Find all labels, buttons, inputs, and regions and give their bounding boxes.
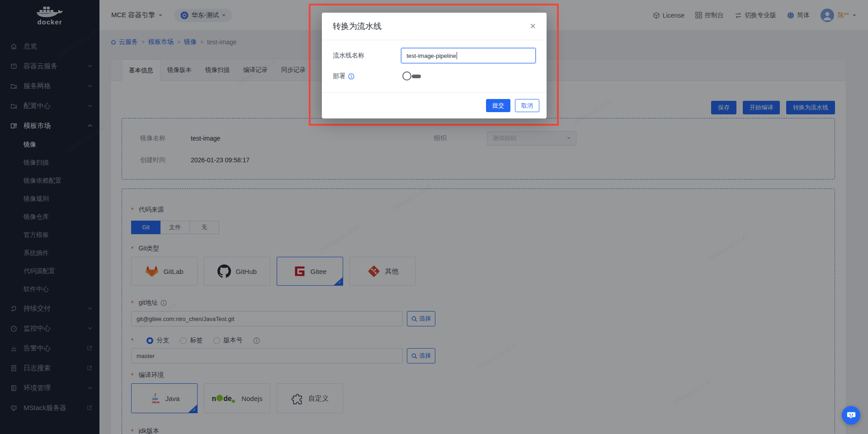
toggle-bar: [412, 75, 421, 78]
submit-button[interactable]: 提交: [486, 99, 510, 112]
modal-header: 转换为流水线 ×: [322, 13, 547, 40]
pipeline-name-row: 流水线名称 test-image-pipeline: [333, 48, 536, 63]
toggle-knob: [402, 71, 411, 80]
pipeline-name-label: 流水线名称: [333, 52, 401, 60]
pipeline-name-input[interactable]: test-image-pipeline: [401, 48, 536, 63]
chat-smiley-icon: [846, 410, 856, 420]
deploy-row: 部署: [333, 71, 536, 81]
deploy-toggle[interactable]: [402, 71, 422, 81]
modal-body: 流水线名称 test-image-pipeline 部署: [322, 40, 547, 92]
support-chat-button[interactable]: [842, 406, 860, 425]
close-icon[interactable]: ×: [530, 21, 536, 31]
modal-title: 转换为流水线: [333, 21, 382, 32]
deploy-label: 部署: [333, 72, 402, 80]
info-icon[interactable]: [348, 73, 354, 80]
convert-pipeline-modal: 转换为流水线 × 流水线名称 test-image-pipeline 部署 提交…: [322, 13, 547, 118]
text-cursor: [457, 52, 457, 59]
cancel-button[interactable]: 取消: [515, 99, 539, 112]
modal-footer: 提交 取消: [322, 92, 547, 118]
